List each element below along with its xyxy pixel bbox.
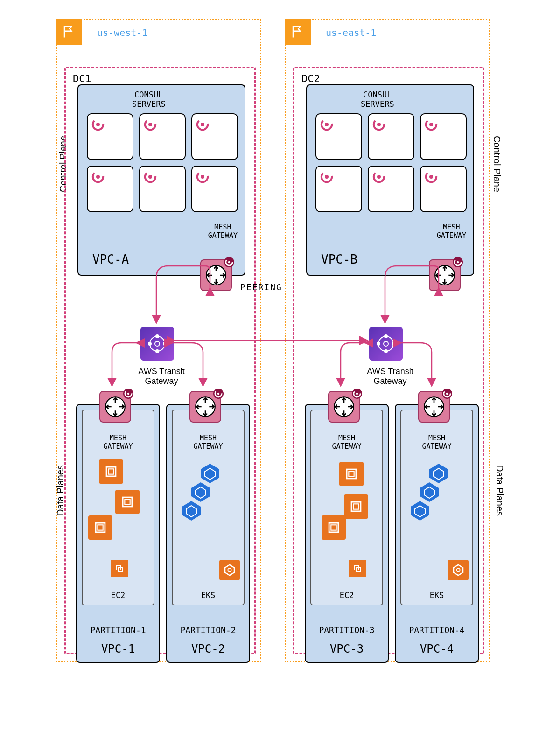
svg-point-42 <box>217 393 219 395</box>
svg-point-54 <box>429 175 433 179</box>
consul-icon <box>319 169 334 184</box>
svg-point-62 <box>392 342 395 346</box>
consul-badge-icon <box>352 389 362 399</box>
mesh-gateway-icon <box>200 259 232 291</box>
consul-server-node <box>315 166 362 212</box>
region-us-east-1: us-east-1 DC2 CONSUL SERVERS MESH GATEWA… <box>285 19 490 662</box>
svg-rect-23 <box>123 497 132 507</box>
svg-rect-26 <box>98 525 103 530</box>
consul-badge-icon <box>213 389 224 399</box>
svg-rect-21 <box>106 467 116 476</box>
svg-point-17 <box>155 349 159 353</box>
dc2-cluster-boundary: DC2 CONSUL SERVERS MESH GATEWAY VPC-B <box>293 67 484 654</box>
region-name-west: us-west-1 <box>97 27 147 38</box>
consul-badge-icon <box>453 257 463 267</box>
ec2-service-icon <box>349 560 366 577</box>
svg-rect-69 <box>331 525 336 530</box>
svg-point-61 <box>377 342 380 346</box>
vpc-4-label: VPC-4 <box>396 642 478 655</box>
vpc-3-label: VPC-3 <box>306 642 388 655</box>
mesh-gateway-label: MESH GATEWAY <box>437 223 466 240</box>
svg-point-3 <box>148 123 152 126</box>
svg-point-46 <box>377 123 381 126</box>
mesh-gateway-label: MESH GATEWAY <box>83 434 154 451</box>
svg-rect-24 <box>125 499 130 504</box>
consul-servers-header: CONSUL SERVERS <box>132 90 166 109</box>
mesh-gateway-icon <box>418 391 450 423</box>
svg-marker-38 <box>225 565 234 576</box>
ec2-instance-icon <box>344 494 368 519</box>
consul-icon <box>319 117 334 132</box>
partition-3-label: PARTITION-3 <box>306 625 388 635</box>
svg-point-5 <box>201 123 204 126</box>
consul-server-node <box>87 166 133 212</box>
consul-icon <box>424 169 439 184</box>
svg-point-11 <box>201 175 204 179</box>
consul-server-node <box>191 113 238 160</box>
svg-point-82 <box>456 568 460 572</box>
svg-rect-65 <box>349 471 354 476</box>
svg-point-15 <box>150 336 165 351</box>
ec2-label: EC2 <box>311 591 382 600</box>
svg-point-18 <box>148 342 152 346</box>
svg-rect-66 <box>351 502 361 511</box>
consul-server-node <box>191 166 238 212</box>
svg-point-1 <box>96 123 100 126</box>
vpc-b-box: CONSUL SERVERS MESH GATEWAY VPC-B <box>306 84 474 276</box>
svg-rect-25 <box>96 523 105 532</box>
mesh-gateway-label: MESH GATEWAY <box>173 434 244 451</box>
vpc-4-box: MESH GATEWAY EKS PARTITION-4 VPC-4 <box>395 404 479 663</box>
aws-transit-gateway-icon <box>369 327 403 361</box>
consul-badge-icon <box>123 389 133 399</box>
region-us-west-1: us-west-1 DC1 CONSUL SERVERS MESH GATEWA… <box>56 19 261 662</box>
ec2-instance-icon <box>115 490 140 514</box>
consul-badge-icon <box>442 389 452 399</box>
consul-server-node <box>420 113 467 160</box>
mesh-gateway-icon <box>429 259 461 291</box>
svg-rect-67 <box>353 504 358 509</box>
svg-marker-81 <box>454 565 463 576</box>
consul-icon <box>143 169 158 184</box>
aws-transit-gateway-label: AWS Transit Gateway <box>360 367 420 386</box>
eks-label: EKS <box>173 591 244 600</box>
vpc-1-box: MESH GATEWAY EC2 PARTITION-1 VPC-1 <box>76 404 160 663</box>
partition-4-label: PARTITION-4 <box>396 625 478 635</box>
partition-4-box: MESH GATEWAY EKS <box>400 410 473 605</box>
svg-point-31 <box>127 393 129 395</box>
consul-icon <box>91 117 105 132</box>
mesh-gateway-label: MESH GATEWAY <box>311 434 382 451</box>
consul-icon <box>91 169 105 184</box>
svg-point-57 <box>457 261 459 263</box>
mesh-gateway-icon <box>99 391 131 423</box>
svg-point-20 <box>155 341 160 346</box>
aws-transit-gateway-label: AWS Transit Gateway <box>131 367 192 386</box>
partition-3-box: MESH GATEWAY EC2 <box>310 410 383 605</box>
svg-rect-22 <box>108 469 113 474</box>
svg-point-60 <box>384 349 388 353</box>
svg-point-63 <box>384 341 388 346</box>
ec2-instance-icon <box>88 515 112 540</box>
consul-server-node <box>420 166 467 212</box>
consul-server-node <box>87 113 133 160</box>
consul-servers-header: CONSUL SERVERS <box>361 90 394 109</box>
region-name-east: us-east-1 <box>326 27 376 38</box>
partition-2-box: MESH GATEWAY EKS <box>172 410 245 605</box>
dc2-title: DC2 <box>301 73 320 84</box>
svg-point-14 <box>228 261 230 263</box>
consul-icon <box>424 117 439 132</box>
svg-point-9 <box>148 175 152 179</box>
svg-marker-79 <box>411 501 429 521</box>
vpc-2-label: VPC-2 <box>167 642 249 655</box>
svg-point-39 <box>228 568 231 572</box>
mesh-gateway-label: MESH GATEWAY <box>208 223 238 240</box>
ec2-instance-icon <box>339 462 364 486</box>
svg-marker-36 <box>182 501 201 521</box>
ec2-service-icon <box>111 560 128 577</box>
consul-icon <box>143 117 158 132</box>
consul-server-node <box>368 113 414 160</box>
consul-badge-icon <box>224 257 234 267</box>
aws-transit-gateway-icon <box>140 327 174 361</box>
dc1-cluster-boundary: DC1 CONSUL SERVERS MESH GATEWAY VPC-A <box>64 67 256 654</box>
vpc-a-box: CONSUL SERVERS MESH GATEWAY VPC-A <box>77 84 245 276</box>
ec2-instance-icon <box>99 459 123 484</box>
